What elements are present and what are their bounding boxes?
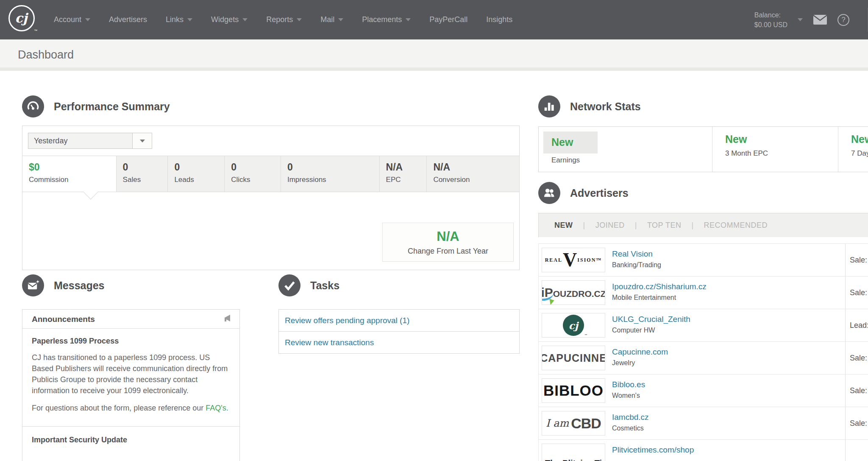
cj-logo-icon[interactable]: cj ™ (8, 5, 35, 31)
advertiser-category: Banking/Trading (612, 261, 661, 269)
advertiser-category: Computer HW (612, 327, 690, 334)
help-icon[interactable]: ? (837, 14, 849, 26)
advertiser-name-link[interactable]: Plitvicetimes.com/shop (612, 445, 694, 455)
section-title: Tasks (310, 279, 339, 292)
menu-item-widgets[interactable]: Widgets (211, 15, 248, 24)
advertiser-row: cj ™ UKLG_Crucial_Zenith Computer HW Lea… (539, 309, 868, 341)
mail-icon[interactable] (813, 14, 827, 25)
menu-item-links[interactable]: Links (166, 15, 192, 24)
chevron-down-icon (140, 140, 145, 142)
stat-impressions[interactable]: 0 Impressions (281, 156, 380, 192)
advertiser-logo[interactable]: I am CBD (542, 411, 605, 436)
network-stat-3month-epc[interactable]: New 3 Month EPC (712, 127, 838, 172)
advertiser-logo[interactable]: CAPUCINNE (542, 346, 605, 370)
nav-right-controls: Balance: $0.00 USD ? (754, 0, 849, 39)
advertiser-category: Cosmetics (612, 425, 649, 432)
tab-recommended[interactable]: RECOMMENDED (704, 221, 768, 230)
announcements-header: Announcements (22, 310, 239, 329)
envelope-sparkle-icon (22, 274, 44, 296)
post-footer: For questions about the form, please ref… (32, 402, 230, 414)
advertiser-name-link[interactable]: UKLG_Crucial_Zenith (612, 315, 690, 324)
chevron-down-icon (187, 18, 192, 21)
advertiser-deal-type: Sale: (845, 244, 867, 277)
chevron-down-icon (406, 18, 411, 21)
main-menu: Account Advertisers Links Widgets Report… (54, 0, 512, 39)
advertiser-logo[interactable]: iPouzdro.cz (542, 280, 605, 305)
stat-clicks[interactable]: 0 Clicks (225, 156, 281, 192)
advertiser-deal-type: Sale: (845, 342, 867, 374)
announcements-panel: Announcements Paperless 1099 Process CJ … (22, 309, 240, 461)
menu-item-paypercall[interactable]: PayPerCall (429, 15, 467, 24)
tab-top-ten[interactable]: TOP TEN (647, 221, 682, 230)
advertiser-row: CAPUCINNE Capucinne.com Jewelry Sale: (539, 341, 868, 374)
messages-header: Messages (22, 274, 105, 296)
chevron-down-icon[interactable] (798, 18, 803, 21)
advertiser-name-link[interactable]: Real Vision (612, 249, 661, 259)
task-list: Review offers pending approval (1) Revie… (278, 309, 520, 354)
advertiser-category: Jewelry (612, 359, 668, 367)
tasks-header: Tasks (278, 274, 339, 296)
post-title: Paperless 1099 Process (32, 337, 230, 346)
performance-toolbar: Yesterday (22, 126, 519, 156)
advertiser-logo[interactable]: cj ™ (542, 313, 605, 338)
advertiser-row: I am CBD Iamcbd.cz Cosmetics Sale: (539, 407, 868, 439)
advertiser-name-link[interactable]: Bibloo.es (612, 380, 645, 389)
network-stat-7day-epc[interactable]: New 7 Day EPC (838, 127, 868, 172)
cj-green-logo: cj ™ (563, 315, 584, 336)
cj-logo-glyph: cj (15, 12, 27, 25)
people-icon (538, 182, 560, 204)
announcements-body: Paperless 1099 Process CJ has transition… (22, 329, 239, 444)
network-stats-header: Network Stats (538, 95, 641, 117)
advertiser-row: iPouzdro.cz Ipouzdro.cz/Shisharium.cz Mo… (539, 276, 868, 309)
menu-item-account[interactable]: Account (54, 15, 90, 24)
gauge-icon (22, 95, 44, 117)
balance-label: Balance: (754, 10, 787, 20)
menu-item-advertisers[interactable]: Advertisers (109, 15, 147, 24)
section-title: Advertisers (570, 187, 629, 199)
menu-item-reports[interactable]: Reports (266, 15, 302, 24)
menu-item-insights[interactable]: Insights (486, 15, 512, 24)
page-title: Dashboard (0, 39, 868, 70)
dashboard-content: Performance Summary Yesterday $0 Commiss… (0, 71, 868, 458)
advertiser-row: BIBLOO Bibloo.es Women's Sale: (539, 374, 868, 407)
advertiser-logo[interactable]: BIBLOO (542, 378, 605, 403)
advertiser-name-link[interactable]: Capucinne.com (612, 347, 668, 357)
task-review-offers[interactable]: Review offers pending approval (1) (278, 309, 520, 332)
advertiser-logo[interactable]: The Plitvice Ti (542, 444, 605, 461)
advertiser-deal-type: Sale: (845, 374, 867, 407)
menu-item-placements[interactable]: Placements (362, 15, 411, 24)
period-select-value[interactable]: Yesterday (28, 133, 133, 149)
stat-leads[interactable]: 0 Leads (168, 156, 225, 192)
balance-dropdown[interactable]: Balance: $0.00 USD (754, 10, 787, 30)
stat-sales[interactable]: 0 Sales (117, 156, 168, 192)
advertisers-tabs: NEW | JOINED | TOP TEN | RECOMMENDED (538, 213, 868, 237)
advertiser-row: The Plitvice Ti Plitvicetimes.com/shop (539, 439, 868, 461)
chevron-down-icon (297, 18, 302, 21)
stat-epc[interactable]: N/A EPC (380, 156, 427, 192)
chevron-down-icon (242, 18, 248, 21)
period-select[interactable]: Yesterday (28, 133, 152, 149)
advertiser-name-link[interactable]: Iamcbd.cz (612, 413, 649, 422)
advertiser-deal-type (845, 440, 850, 461)
advertiser-category: Mobile Entertainment (612, 294, 707, 302)
tab-new[interactable]: NEW (554, 221, 573, 230)
advertiser-name-link[interactable]: Ipouzdro.cz/Shisharium.cz (612, 282, 707, 291)
tab-joined[interactable]: JOINED (595, 221, 625, 230)
section-title: Network Stats (570, 101, 641, 113)
faqs-link[interactable]: FAQ's. (206, 404, 228, 412)
advertisers-list: REAL V ISION™ Real Vision Banking/Tradin… (538, 243, 868, 461)
stat-commission[interactable]: $0 Commission (22, 156, 117, 192)
period-select-button[interactable] (132, 133, 152, 149)
advertiser-logo[interactable]: REAL V ISION™ (542, 248, 605, 272)
chevron-down-icon (338, 18, 343, 21)
post-title: Important Security Update (32, 436, 230, 444)
stat-conversion[interactable]: N/A Conversion (427, 156, 519, 192)
balance-value: $0.00 USD (754, 20, 787, 30)
network-stat-earnings[interactable]: New Earnings (539, 127, 712, 172)
menu-item-mail[interactable]: Mail (320, 15, 343, 24)
task-review-transactions[interactable]: Review new transactions (278, 331, 520, 354)
check-icon (278, 274, 300, 296)
advertiser-deal-type: Sale: (845, 277, 867, 309)
performance-detail-area: N/A Change From Last Year (22, 192, 519, 270)
bar-chart-icon (538, 95, 560, 117)
